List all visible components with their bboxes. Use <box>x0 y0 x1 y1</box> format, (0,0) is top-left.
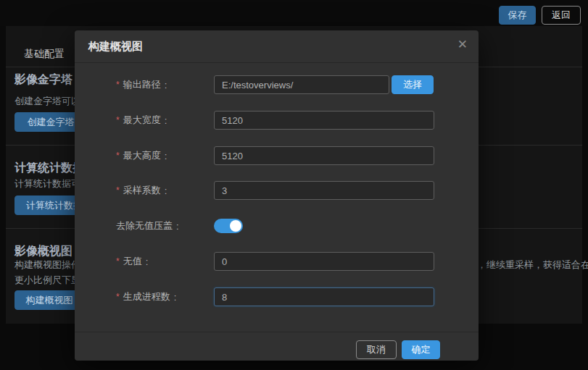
remove-nodata-toggle[interactable] <box>214 219 243 233</box>
dialog-header: 构建概视图 ✕ <box>75 30 479 63</box>
field-row-max-width: * 最大宽度 : <box>75 111 479 130</box>
output-path-label: * 输出路径 : <box>116 75 167 94</box>
build-overview-button[interactable]: 构建概视图 <box>15 290 84 310</box>
choose-path-button[interactable]: 选择 <box>392 75 434 94</box>
dialog-title: 构建概视图 <box>88 40 143 54</box>
required-mark: * <box>116 292 120 302</box>
field-row-output-path: * 输出路径 : 选择 <box>75 75 479 94</box>
process-count-input[interactable] <box>214 287 434 306</box>
required-mark: * <box>116 151 120 161</box>
required-mark: * <box>116 115 120 125</box>
cancel-button[interactable]: 取消 <box>356 340 397 359</box>
section-title-statistics: 计算统计数据 <box>15 161 84 176</box>
back-button[interactable]: 返回 <box>542 6 581 25</box>
save-button[interactable]: 保存 <box>499 6 536 25</box>
confirm-button[interactable]: 确定 <box>402 340 440 359</box>
field-row-remove-nodata: 去除无值压盖 : <box>75 215 479 237</box>
screen: 保存 返回 基础配置 影像金字塔 创建金字塔可以提 创建金字塔 计算统计数据 计… <box>0 0 588 370</box>
colon: : <box>165 80 167 91</box>
dialog-footer: 取消 确定 <box>75 332 479 361</box>
max-height-input[interactable] <box>214 146 434 165</box>
process-count-label: * 生成进程数 : <box>116 287 176 306</box>
colon: : <box>176 221 179 232</box>
required-mark: * <box>116 185 120 195</box>
nodata-value-label: * 无值 : <box>116 252 148 271</box>
colon: : <box>165 151 167 161</box>
field-row-max-height: * 最大高度 : <box>75 146 479 165</box>
max-width-label: * 最大宽度 : <box>116 111 167 130</box>
tab-basic-config[interactable]: 基础配置 <box>24 48 65 61</box>
colon: : <box>165 115 167 126</box>
output-path-input[interactable] <box>214 75 389 94</box>
colon: : <box>165 185 167 196</box>
max-height-label: * 最大高度 : <box>116 146 167 165</box>
sample-factor-input[interactable] <box>214 181 434 200</box>
field-row-sample-factor: * 采样系数 : <box>75 181 479 200</box>
toggle-knob <box>230 220 241 232</box>
required-mark: * <box>116 80 120 90</box>
field-row-nodata-value: * 无值 : <box>75 252 479 271</box>
sample-factor-label: * 采样系数 : <box>116 181 167 200</box>
section-title-overview: 影像概视图 <box>15 244 73 259</box>
section-title-image-pyramid: 影像金字塔 <box>15 72 73 88</box>
nodata-value-input[interactable] <box>214 252 434 271</box>
colon: : <box>174 292 177 303</box>
build-overview-dialog: 构建概视图 ✕ * 输出路径 : 选择 * 最大宽度 : * 最大高度 <box>75 30 479 361</box>
field-row-process-count: * 生成进程数 : <box>75 287 479 306</box>
colon: : <box>146 256 149 267</box>
remove-nodata-label: 去除无值压盖 : <box>116 215 179 237</box>
max-width-input[interactable] <box>214 111 434 130</box>
close-icon[interactable]: ✕ <box>457 38 468 51</box>
section-desc-overview-line1-right: ，继续重采样，获得适合在 <box>477 258 588 272</box>
required-mark: * <box>116 256 120 266</box>
